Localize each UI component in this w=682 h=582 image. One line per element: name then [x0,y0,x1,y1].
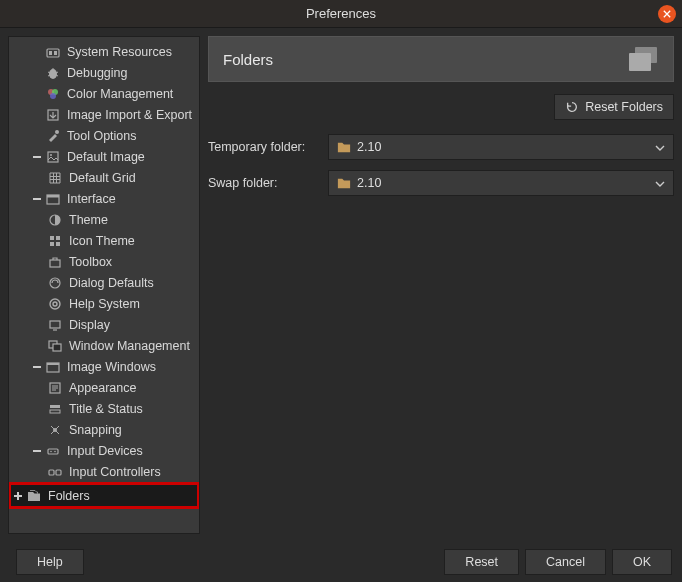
svg-rect-26 [53,344,61,351]
tree-item-help-system[interactable]: Help System [9,293,199,314]
expander-icon[interactable] [12,490,24,502]
svg-rect-27 [33,366,41,368]
snapping-icon [47,422,63,438]
temporary-folder-row: Temporary folder: 2.10 [208,134,674,160]
svg-point-36 [50,450,52,452]
toolbox-icon [47,254,63,270]
tree-item-appearance[interactable]: Appearance [9,377,199,398]
tree-item-system-resources[interactable]: System Resources [9,41,199,62]
svg-rect-19 [56,242,60,246]
tree-item-label: Title & Status [69,402,143,416]
tree-item-toolbox[interactable]: Toolbox [9,251,199,272]
swap-folder-value: 2.10 [357,176,649,190]
help-icon [47,296,63,312]
tree-item-default-grid[interactable]: Default Grid [9,167,199,188]
tree-item-input-devices[interactable]: Input Devices [9,440,199,461]
content-area: System ResourcesDebuggingColor Managemen… [0,28,682,542]
reset-icon [565,100,579,114]
tree-item-theme[interactable]: Theme [9,209,199,230]
reset-folders-button[interactable]: Reset Folders [554,94,674,120]
expander-icon[interactable] [31,445,43,457]
panel-body: Reset Folders Temporary folder: 2.10 Swa… [208,82,674,218]
tree-item-title-status[interactable]: Title & Status [9,398,199,419]
svg-rect-18 [50,242,54,246]
expander-icon[interactable] [31,193,43,205]
close-icon [663,10,671,18]
reset-button[interactable]: Reset [444,549,519,575]
import-icon [45,107,61,123]
svg-rect-29 [47,363,59,365]
tree-item-dialog-defaults[interactable]: Dialog Defaults [9,272,199,293]
tree-item-folders[interactable]: Folders [11,485,197,506]
tree-item-label: Display [69,318,110,332]
expander-icon[interactable] [31,151,43,163]
expander-icon[interactable] [31,88,43,100]
tree-item-label: Image Windows [67,360,156,374]
tree-item-tool-options[interactable]: Tool Options [9,125,199,146]
tree-item-label: Image Import & Export [67,108,192,122]
svg-rect-20 [50,260,60,267]
close-button[interactable] [658,5,676,23]
svg-rect-43 [629,53,651,71]
svg-point-33 [53,428,57,432]
svg-rect-34 [33,450,41,452]
window-title: Preferences [306,6,376,21]
debug-icon [45,65,61,81]
tree-item-label: Window Management [69,339,190,353]
tree-item-label: System Resources [67,45,172,59]
grid-icon [47,170,63,186]
tree-item-interface[interactable]: Interface [9,188,199,209]
svg-rect-17 [56,236,60,240]
tree-item-window-management[interactable]: Window Management [9,335,199,356]
tree-item-icon-theme[interactable]: Icon Theme [9,230,199,251]
window-icon [47,338,63,354]
svg-rect-9 [33,156,41,158]
tree-item-default-image[interactable]: Default Image [9,146,199,167]
ok-button[interactable]: OK [612,549,672,575]
chevron-down-icon [655,141,665,153]
tree-item-color-management[interactable]: Color Management [9,83,199,104]
input-icon [45,443,61,459]
tree-item-display[interactable]: Display [9,314,199,335]
tree-item-image-import-export[interactable]: Image Import & Export [9,104,199,125]
cancel-button[interactable]: Cancel [525,549,606,575]
titlebar: Preferences [0,0,682,28]
icontheme-icon [47,233,63,249]
expander-icon[interactable] [31,67,43,79]
expander-icon[interactable] [31,46,43,58]
tree-item-label: Tool Options [67,129,136,143]
image-icon [45,149,61,165]
svg-rect-1 [49,51,52,55]
tree-item-label: Theme [69,213,108,227]
tree-item-label: Default Grid [69,171,136,185]
help-button[interactable]: Help [16,549,84,575]
panel-title: Folders [223,51,627,68]
color-icon [45,86,61,102]
main-panel: Folders Reset Folders Temporary folder: … [208,36,674,534]
resources-icon [45,44,61,60]
tree-item-label: Folders [48,489,90,503]
expander-icon[interactable] [31,361,43,373]
svg-rect-16 [50,236,54,240]
tree-item-snapping[interactable]: Snapping [9,419,199,440]
expander-icon[interactable] [31,130,43,142]
tree-item-label: Snapping [69,423,122,437]
appearance-icon [47,380,63,396]
svg-rect-41 [17,492,19,500]
preferences-tree[interactable]: System ResourcesDebuggingColor Managemen… [8,36,200,534]
tree-item-input-controllers[interactable]: Input Controllers [9,461,199,482]
svg-rect-35 [48,449,58,454]
svg-rect-2 [54,51,57,55]
svg-point-37 [54,450,56,452]
swap-folder-select[interactable]: 2.10 [328,170,674,196]
dialog-icon [47,275,63,291]
theme-icon [47,212,63,228]
expander-icon[interactable] [31,109,43,121]
temporary-folder-select[interactable]: 2.10 [328,134,674,160]
tree-item-label: Help System [69,297,140,311]
tree-item-debugging[interactable]: Debugging [9,62,199,83]
tree-item-label: Debugging [67,66,127,80]
tree-item-image-windows[interactable]: Image Windows [9,356,199,377]
swap-folder-label: Swap folder: [208,176,320,190]
svg-point-3 [49,69,57,79]
